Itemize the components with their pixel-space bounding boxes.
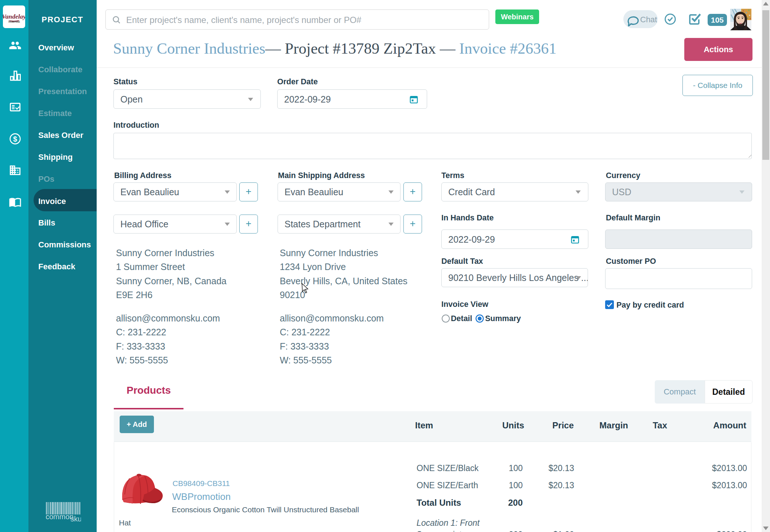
svg-text:$: $ — [13, 135, 17, 143]
svg-text:common: common — [46, 513, 74, 521]
svg-text:sku: sku — [70, 515, 81, 523]
svg-text:PROMOTIONS: PROMOTIONS — [8, 21, 20, 23]
svg-text:Vandelay: Vandelay — [3, 13, 25, 20]
